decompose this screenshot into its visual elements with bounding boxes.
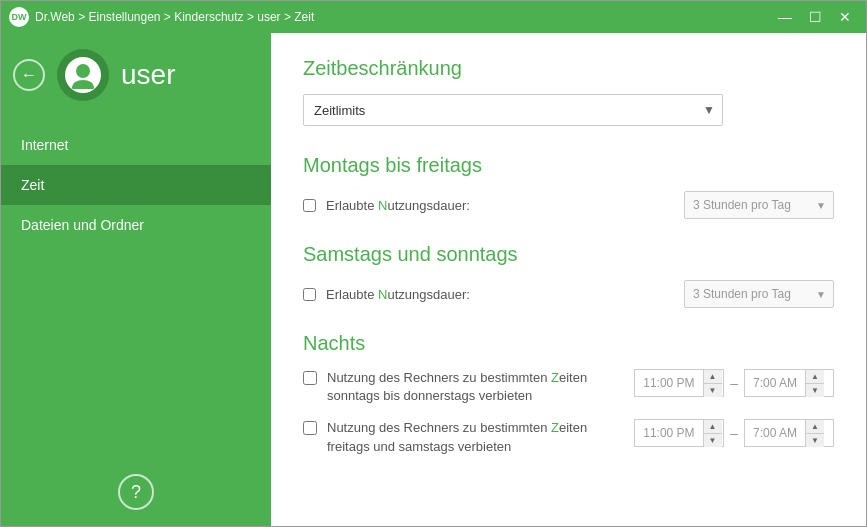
nachts-row1: Nutzung des Rechners zu bestimmten Zeite…: [303, 369, 834, 405]
nachts-row2-from-up[interactable]: ▲: [704, 420, 722, 433]
username-label: user: [121, 59, 175, 91]
nachts-row2-highlight: Z: [551, 420, 559, 435]
samstag-duration-wrapper: 3 Stunden pro Tag 1 Stunde pro Tag 2 Stu…: [684, 280, 834, 308]
sidebar-item-zeit[interactable]: Zeit: [1, 165, 271, 205]
nachts-row1-time-controls: 11:00 PM ▲ ▼ – 7:00 AM ▲: [634, 369, 834, 397]
samstag-checkbox[interactable]: [303, 288, 316, 301]
nachts-row1-dash: –: [730, 375, 738, 391]
nachts-row1-to-value: 7:00 AM: [745, 370, 805, 396]
breadcrumb: Dr.Web > Einstellungen > Kinderschutz > …: [35, 10, 314, 24]
back-button[interactable]: ←: [13, 59, 45, 91]
user-avatar-svg: [69, 61, 97, 89]
nachts-row2-checkbox[interactable]: [303, 421, 317, 435]
nachts-row1-from-up[interactable]: ▲: [704, 370, 722, 383]
montag-checkbox[interactable]: [303, 199, 316, 212]
nachts-row1-to-up[interactable]: ▲: [806, 370, 824, 383]
nachts-title: Nachts: [303, 332, 834, 355]
sidebar-item-dateien-label: Dateien und Ordner: [21, 217, 144, 233]
nachts-row2-label: Nutzung des Rechners zu bestimmten Zeite…: [327, 419, 624, 455]
section-samstag: Samstags und sonntags Erlaubte Nutzungsd…: [303, 243, 834, 308]
avatar-icon: [65, 57, 101, 93]
main-panel: Zeitbeschränkung Zeitlimits Keine Einsch…: [271, 33, 866, 526]
content-area: ← user Internet Zeit: [1, 33, 866, 526]
section-nachts: Nachts Nutzung des Rechners zu bestimmte…: [303, 332, 834, 456]
nachts-row2-from-value: 11:00 PM: [635, 420, 702, 446]
section-zeitbeschraenkung: Zeitbeschränkung Zeitlimits Keine Einsch…: [303, 57, 834, 126]
nachts-row2-from-down[interactable]: ▼: [704, 434, 722, 447]
nachts-row1-from-box: 11:00 PM ▲ ▼: [634, 369, 724, 397]
nachts-row1-from-value: 11:00 PM: [635, 370, 702, 396]
main-window: DW Dr.Web > Einstellungen > Kinderschutz…: [0, 0, 867, 527]
nav-items: Internet Zeit Dateien und Ordner: [1, 125, 271, 458]
close-button[interactable]: ✕: [832, 7, 858, 27]
nachts-row1-to-down[interactable]: ▼: [806, 384, 824, 397]
nachts-row1-highlight: Z: [551, 370, 559, 385]
titlebar-left: DW Dr.Web > Einstellungen > Kinderschutz…: [9, 7, 314, 27]
montag-checkbox-row: Erlaubte Nutzungsdauer: 3 Stunden pro Ta…: [303, 191, 834, 219]
nachts-row1-label: Nutzung des Rechners zu bestimmten Zeite…: [327, 369, 624, 405]
nachts-row2: Nutzung des Rechners zu bestimmten Zeite…: [303, 419, 834, 455]
app-logo: DW: [9, 7, 29, 27]
sidebar-footer: ?: [1, 458, 271, 526]
zeitlimits-select[interactable]: Zeitlimits Keine Einschränkung Blockiert: [303, 94, 723, 126]
samstag-duration-select[interactable]: 3 Stunden pro Tag 1 Stunde pro Tag 2 Stu…: [684, 280, 834, 308]
nachts-row1-from-spinners: ▲ ▼: [703, 370, 722, 397]
samstag-title: Samstags und sonntags: [303, 243, 834, 266]
titlebar-controls: — ☐ ✕: [772, 7, 858, 27]
zeitbeschraenkung-title: Zeitbeschränkung: [303, 57, 834, 80]
zeitlimits-dropdown-wrapper: Zeitlimits Keine Einschränkung Blockiert…: [303, 94, 723, 126]
sidebar-item-internet[interactable]: Internet: [1, 125, 271, 165]
sidebar-item-internet-label: Internet: [21, 137, 68, 153]
nachts-row2-to-down[interactable]: ▼: [806, 434, 824, 447]
nachts-row2-time-controls: 11:00 PM ▲ ▼ – 7:00 AM ▲: [634, 419, 834, 447]
samstag-highlight: N: [378, 287, 387, 302]
minimize-button[interactable]: —: [772, 7, 798, 27]
section-montag: Montags bis freitags Erlaubte Nutzungsda…: [303, 154, 834, 219]
montag-highlight: N: [378, 198, 387, 213]
sidebar-item-zeit-label: Zeit: [21, 177, 44, 193]
nachts-row1-checkbox[interactable]: [303, 371, 317, 385]
avatar: [57, 49, 109, 101]
montag-title: Montags bis freitags: [303, 154, 834, 177]
nachts-row1-to-spinners: ▲ ▼: [805, 370, 824, 397]
nachts-row2-to-value: 7:00 AM: [745, 420, 805, 446]
montag-duration-select[interactable]: 3 Stunden pro Tag 1 Stunde pro Tag 2 Stu…: [684, 191, 834, 219]
maximize-button[interactable]: ☐: [802, 7, 828, 27]
nachts-row2-to-up[interactable]: ▲: [806, 420, 824, 433]
nachts-row1-to-box: 7:00 AM ▲ ▼: [744, 369, 834, 397]
nachts-row1-from-down[interactable]: ▼: [704, 384, 722, 397]
svg-point-1: [72, 80, 94, 89]
titlebar: DW Dr.Web > Einstellungen > Kinderschutz…: [1, 1, 866, 33]
sidebar: ← user Internet Zeit: [1, 33, 271, 526]
sidebar-header: ← user: [1, 33, 271, 117]
nachts-row2-dash: –: [730, 425, 738, 441]
samstag-checkbox-label: Erlaubte Nutzungsdauer:: [326, 287, 470, 302]
samstag-checkbox-row: Erlaubte Nutzungsdauer: 3 Stunden pro Ta…: [303, 280, 834, 308]
zeitbeschraenkung-dropdown-row: Zeitlimits Keine Einschränkung Blockiert…: [303, 94, 834, 126]
nachts-row2-from-box: 11:00 PM ▲ ▼: [634, 419, 724, 447]
nachts-row2-to-box: 7:00 AM ▲ ▼: [744, 419, 834, 447]
nachts-row2-from-spinners: ▲ ▼: [703, 420, 722, 447]
montag-checkbox-label: Erlaubte Nutzungsdauer:: [326, 198, 470, 213]
nachts-row2-to-spinners: ▲ ▼: [805, 420, 824, 447]
help-button[interactable]: ?: [118, 474, 154, 510]
montag-duration-wrapper: 3 Stunden pro Tag 1 Stunde pro Tag 2 Stu…: [684, 191, 834, 219]
sidebar-item-dateien[interactable]: Dateien und Ordner: [1, 205, 271, 245]
svg-point-0: [76, 64, 90, 78]
